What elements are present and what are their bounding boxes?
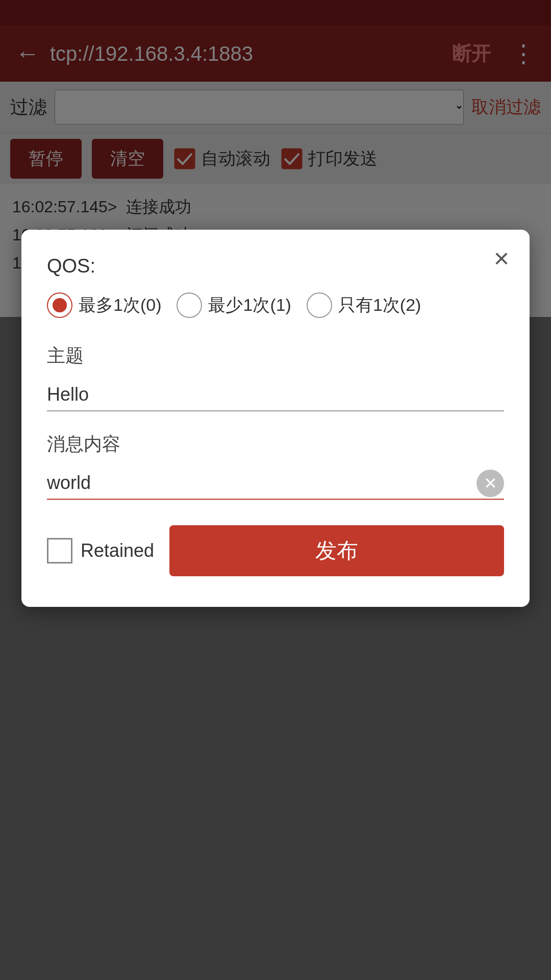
qos-option-2[interactable]: 只有1次(2) — [307, 292, 421, 318]
clear-message-button[interactable]: ✕ — [477, 470, 504, 497]
topic-section: 主题 — [47, 344, 504, 411]
topic-label: 主题 — [47, 344, 504, 369]
message-label: 消息内容 — [47, 432, 504, 457]
qos-label: QOS: — [47, 255, 504, 277]
qos-option-0-label: 最多1次(0) — [79, 293, 161, 317]
qos-group: 最多1次(0) 最少1次(1) 只有1次(2) — [47, 292, 504, 318]
retained-item: Retained — [47, 538, 154, 564]
message-input[interactable] — [47, 467, 504, 500]
topic-input[interactable] — [47, 379, 504, 411]
dialog-close-button[interactable]: × — [494, 245, 509, 272]
dialog-bottom-row: Retained 发布 — [47, 525, 504, 576]
dialog: × QOS: 最多1次(0) 最少1次(1) 只有1次(2) 主题 消息内容 ✕ — [21, 230, 530, 607]
qos-option-1-label: 最少1次(1) — [208, 293, 291, 317]
qos-radio-1[interactable] — [177, 292, 202, 318]
qos-option-2-label: 只有1次(2) — [338, 293, 421, 317]
qos-radio-0[interactable] — [47, 292, 72, 318]
message-section: 消息内容 ✕ — [47, 432, 504, 500]
qos-radio-2[interactable] — [307, 292, 332, 318]
retained-checkbox[interactable] — [47, 538, 72, 564]
qos-option-0[interactable]: 最多1次(0) — [47, 292, 161, 318]
message-input-wrapper: ✕ — [47, 467, 504, 500]
qos-option-1[interactable]: 最少1次(1) — [177, 292, 291, 318]
retained-label: Retained — [81, 540, 154, 561]
publish-button[interactable]: 发布 — [169, 525, 504, 576]
clear-icon: ✕ — [484, 475, 497, 492]
